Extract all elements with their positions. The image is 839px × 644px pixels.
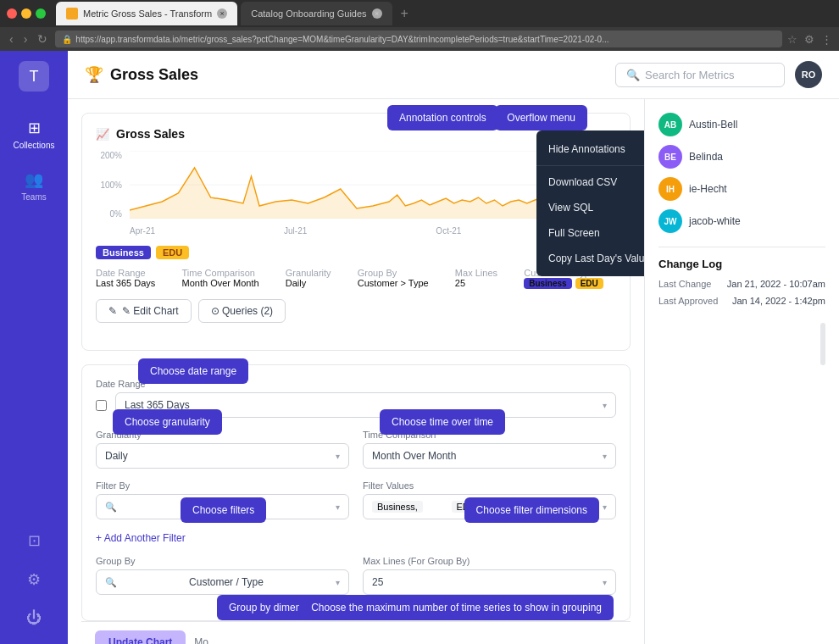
metric-title: 🏆 Gross Sales [85,65,615,84]
group-by-chevron: ▾ [336,578,340,587]
bottom-bar: Update Chart Mo... Group by dimensions C… [81,621,631,644]
overflow-menu-tooltip: Overflow menu [495,105,587,130]
extensions-icon[interactable]: ⚙ [804,33,814,46]
group-by-select[interactable]: 🔍 Customer / Type ▾ [96,569,349,595]
content-area: Annotation controls Overflow menu Hide A… [68,99,839,644]
summary-tag-business: Business [524,278,571,289]
x-label-apr: Apr-21 [130,226,155,236]
settings-icon[interactable]: ⚙ [20,564,47,596]
summary-tag-edu: EDU [575,278,603,289]
edit-icon: ✎ [108,305,117,317]
user-avatar-2: IH [658,177,682,201]
tag-business[interactable]: Business [96,246,151,259]
change-log-value-0: Jan 21, 2022 - 10:07am [727,279,825,289]
y-label-100: 100% [96,180,122,190]
tag-edu[interactable]: EDU [156,246,189,259]
x-label-oct: Oct-21 [436,226,461,236]
user-name-0: Austin-Bell [689,119,737,130]
maximize-traffic-light[interactable] [36,8,46,19]
choose-date-range-tooltip: Choose date range [138,358,248,384]
power-icon[interactable]: ⏻ [19,602,48,634]
secure-icon: 🔒 [62,35,72,44]
scrollbar[interactable] [820,323,825,365]
minimize-traffic-light[interactable] [21,8,31,19]
chevron-down-icon: ▾ [603,401,607,410]
max-lines-label: Max Lines (For Group By) [363,556,616,566]
user-item-2: IH ie-Hecht [658,177,825,201]
summary-time-comparison-value: Month Over Month [182,278,259,288]
url-bar[interactable]: 🔒 https://app.transformdata.io/metric/gr… [55,31,782,47]
sidebar-item-teams[interactable]: 👥 Teams [0,164,68,208]
time-comparison-chevron: ▾ [603,452,607,461]
user-initials-0: AB [664,120,676,130]
time-comparison-select[interactable]: Month Over Month ▾ [363,443,616,469]
search-icon: 🔍 [626,69,640,81]
summary-customer-type-tags: Business EDU [524,278,616,289]
logo-text: T [30,68,39,86]
granularity-group: Granularity Daily ▾ Choose granularity [96,430,349,469]
overflow-download-csv[interactable]: Download CSV [536,169,644,195]
new-tab-button[interactable]: + [396,6,414,21]
max-lines-value: 25 [372,576,383,588]
overflow-copy-last-day[interactable]: Copy Last Day's Values [536,246,644,271]
overflow-view-sql[interactable]: View SQL [536,195,644,220]
avatar: RO [795,61,822,88]
browser-toolbar: ‹ › ↻ 🔒 https://app.transformdata.io/met… [0,27,839,51]
summary-date-range-value: Last 365 Days [96,278,155,288]
filter-by-label: Filter By [96,480,349,491]
sidebar-item-collections[interactable]: ⊞ Collections [0,112,68,157]
max-lines-group: Max Lines (For Group By) 25 ▾ [363,556,616,595]
back-button[interactable]: ‹ [7,32,16,46]
grid-icon[interactable]: ⊡ [21,525,47,557]
edit-chart-button[interactable]: ✎ ✎ Edit Chart [96,299,192,323]
sidebar-item-teams-label: Teams [21,192,46,202]
tab-close-1[interactable]: × [217,8,227,19]
granularity-time-row: Granularity Daily ▾ Choose granularity [96,430,616,469]
group-by-value: Customer / Type [189,576,264,588]
user-avatar-1: BE [658,145,682,169]
user-avatar-0: AB [658,113,682,136]
granularity-chevron: ▾ [336,452,340,461]
bookmark-icon[interactable]: ☆ [787,33,797,46]
overflow-full-screen[interactable]: Full Screen [536,220,644,246]
max-lines-select[interactable]: 25 ▾ [363,569,616,595]
add-filter-row: + Add Another Filter Choose filters Choo… [96,531,616,544]
traffic-lights [7,8,46,19]
inactive-tab[interactable]: Catalog Onboarding Guides × [241,2,392,25]
choose-filters-tooltip: Choose filters [181,497,266,523]
user-item-0: AB Austin-Bell [658,113,825,136]
forward-button[interactable]: › [21,32,31,46]
tab-close-2[interactable]: × [372,8,382,19]
date-range-checkbox[interactable] [96,400,107,411]
change-log-value-1: Jan 14, 2022 - 1:42pm [732,296,825,306]
close-traffic-light[interactable] [7,8,17,19]
more-icon[interactable]: ⋮ [821,33,832,46]
choose-filter-dimensions-tooltip: Choose filter dimensions [464,497,599,523]
active-tab[interactable]: Metric Gross Sales - Transform × [56,2,237,25]
granularity-select[interactable]: Daily ▾ [96,443,349,469]
user-item-3: JW jacob-white [658,209,825,233]
user-initials-2: IH [666,185,675,194]
update-chart-button[interactable]: Update Chart [95,630,186,644]
granularity-value: Daily [105,450,128,462]
add-filter-link[interactable]: + Add Another Filter [96,532,186,544]
summary-date-range-label: Date Range [96,268,169,278]
group-by-row: Group By 🔍 Customer / Type ▾ Max Lines (… [96,556,616,595]
queries-button[interactable]: ⊙ Queries (2) [198,299,286,323]
overflow-menu: Hide Annotations Download CSV View SQL [536,130,644,276]
browser-toolbar-icons: ☆ ⚙ ⋮ [787,33,832,46]
max-lines-chevron: ▾ [603,578,607,587]
summary-date-range: Date Range Last 365 Days [96,268,169,289]
overflow-divider [536,165,644,166]
action-buttons: ✎ ✎ Edit Chart ⊙ Queries (2) [96,299,616,323]
user-name-1: Belinda [689,151,723,163]
summary-max-lines-value: 25 [455,278,465,288]
user-initials-1: BE [664,153,676,162]
chart-area: Annotation controls Overflow menu Hide A… [68,99,644,644]
page-title: Gross Sales [110,66,198,84]
change-log-label-1: Last Approved [658,296,718,306]
search-bar[interactable]: 🔍 Search for Metrics [615,63,785,87]
refresh-button[interactable]: ↻ [35,32,50,46]
avatar-initials: RO [802,69,816,80]
overflow-hide-annotations[interactable]: Hide Annotations [536,136,644,162]
